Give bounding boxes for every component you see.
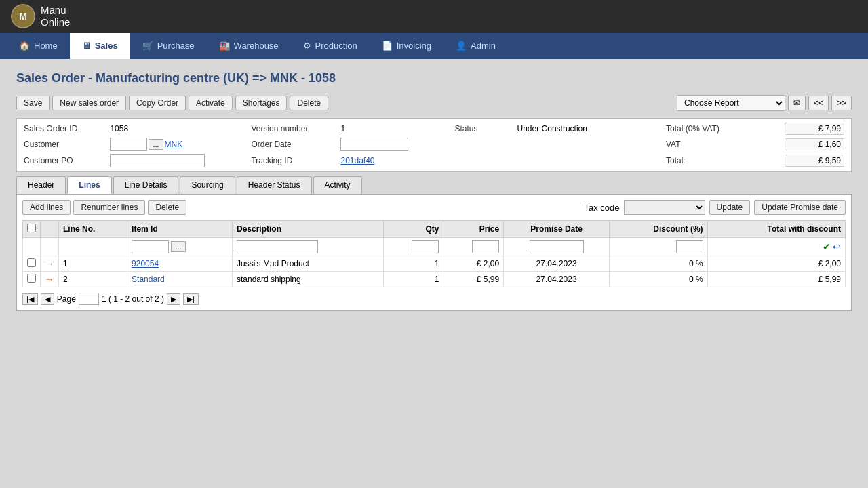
row2-description: standard shipping [232,272,383,287]
pagination: |◀ ◀ Page 1 1 ( 1 - 2 out of 2 ) ▶ ▶| [22,293,846,305]
update-button[interactable]: Update [709,200,751,215]
new-item-lookup-button[interactable]: ... [171,241,185,252]
prev-prev-button[interactable]: << [808,96,829,110]
row2-discount: 0 % [609,272,707,287]
undo-icon[interactable]: ↩ [833,241,841,252]
customer-lookup-button[interactable]: ... [149,139,163,150]
delete-button[interactable]: Delete [290,96,328,110]
tab-header[interactable]: Header [16,176,66,194]
tab-header-status[interactable]: Header Status [237,176,312,194]
nav-home[interactable]: 🏠 Home [7,33,70,59]
nav-purchase[interactable]: 🛒 Purchase [130,33,207,59]
vat-value: £ 1,60 [785,138,844,150]
main-content: Sales Order - Manufacturing centre (UK) … [0,59,868,323]
next-next-button[interactable]: >> [831,96,852,110]
first-page-button[interactable]: |◀ [22,293,38,305]
tab-lines[interactable]: Lines [67,176,111,194]
tab-line-details[interactable]: Line Details [113,176,179,194]
new-promise-date-input[interactable] [530,240,584,253]
update-promise-date-button[interactable]: Update Promise date [754,200,846,215]
col-item-id: Item Id [127,221,233,238]
activate-button[interactable]: Activate [189,96,233,110]
version-number-label: Version number [251,124,334,134]
table-row: → 2 Standard standard shipping 1 £ 5,99 … [23,272,846,287]
row2-item-id-link[interactable]: Standard [132,274,165,284]
renumber-lines-button[interactable]: Renumber lines [73,200,145,215]
total-vat-value: £ 7,99 [785,123,844,135]
row1-arrow-icon[interactable]: → [45,258,54,269]
nav-invoicing[interactable]: 📄 Invoicing [370,33,443,59]
page-info: 1 ( 1 - 2 out of 2 ) [102,294,164,304]
row1-item-id-link[interactable]: 920054 [132,259,159,268]
nav-production[interactable]: ⚙ Production [291,33,370,59]
version-number-value: 1 [340,124,434,134]
nav-sales[interactable]: 🖥 Sales [70,33,130,59]
tab-sourcing[interactable]: Sourcing [180,176,235,194]
lines-table-area: Add lines Renumber lines Delete Tax code… [16,194,852,311]
logo-icon: M [11,4,35,28]
page-number-input[interactable]: 1 [79,293,99,305]
nav-warehouse[interactable]: 🏭 Warehouse [207,33,291,59]
select-all-checkbox[interactable] [27,224,36,232]
new-price-input[interactable] [472,240,499,253]
col-qty: Qty [383,221,443,238]
last-page-button[interactable]: ▶| [183,293,199,305]
tracking-id-label: Tracking ID [251,156,334,165]
new-sales-order-button[interactable]: New sales order [52,96,126,110]
tab-activity[interactable]: Activity [313,176,362,194]
save-button[interactable]: Save [16,96,50,110]
mail-icon-button[interactable]: ✉ [788,96,806,110]
table-row: → 1 920054 Jussi's Mad Product 1 £ 2,00 … [23,256,846,272]
shortages-button[interactable]: Shortages [235,96,288,110]
page-label: Page [57,294,76,304]
row2-total: £ 5,99 [707,272,845,287]
vat-label: VAT [666,140,745,149]
row1-checkbox[interactable] [27,258,36,267]
choose-report-select[interactable]: Choose Report [677,95,785,111]
logo-bar: M Manu Online [0,0,868,33]
customer-id-input[interactable]: 20010 [110,138,147,151]
tax-code-label: Tax code [585,203,620,213]
lines-table: Line No. Item Id Description Qty Price P… [22,220,846,287]
copy-order-button[interactable]: Copy Order [129,96,186,110]
tax-code-area: Tax code Update Update Promise date [585,200,846,215]
add-lines-button[interactable]: Add lines [22,200,71,215]
prev-page-button[interactable]: ◀ [41,293,54,305]
row1-line-no: 1 [59,256,127,272]
tracking-id-value[interactable]: 201daf40 [340,156,434,165]
sales-order-id-value: 1058 [110,124,231,134]
confirm-icon[interactable]: ✔ [823,241,831,252]
row1-price: £ 2,00 [443,256,504,272]
new-description-input[interactable] [237,240,318,253]
new-discount-input[interactable] [676,240,703,253]
col-description: Description [232,221,383,238]
status-value: Under Construction [517,124,613,134]
new-item-id-input[interactable] [132,240,169,253]
lines-delete-button[interactable]: Delete [148,200,186,215]
sales-order-id-label: Sales Order ID [24,124,103,134]
customer-name-link[interactable]: MNK [165,140,183,149]
nav-bar: 🏠 Home 🖥 Sales 🛒 Purchase 🏭 Warehouse ⚙ … [0,33,868,59]
order-date-input[interactable]: 26.04.2023 ( [340,138,408,151]
page-title: Sales Order - Manufacturing centre (UK) … [16,71,852,85]
row2-checkbox[interactable] [27,274,36,283]
total-label: Total: [666,156,745,165]
row1-discount: 0 % [609,256,707,272]
col-total-discount: Total with discount [707,221,845,238]
logo-text: Manu Online [41,4,70,28]
col-promise-date: Promise Date [504,221,610,238]
row2-arrow-icon[interactable]: → [45,274,54,285]
row1-qty: 1 [383,256,443,272]
next-page-button[interactable]: ▶ [167,293,180,305]
status-label: Status [454,124,503,134]
total-value: £ 9,59 [785,155,844,167]
row1-promise-date: 27.04.2023 [504,256,610,272]
row1-description: Jussi's Mad Product [232,256,383,272]
customer-po-input[interactable] [110,154,205,167]
customer-po-label: Customer PO [24,156,103,165]
nav-admin[interactable]: 👤 Admin [443,33,508,59]
new-qty-input[interactable] [412,240,439,253]
col-line-no: Line No. [59,221,127,238]
tax-code-select[interactable] [624,200,705,215]
row2-qty: 1 [383,272,443,287]
